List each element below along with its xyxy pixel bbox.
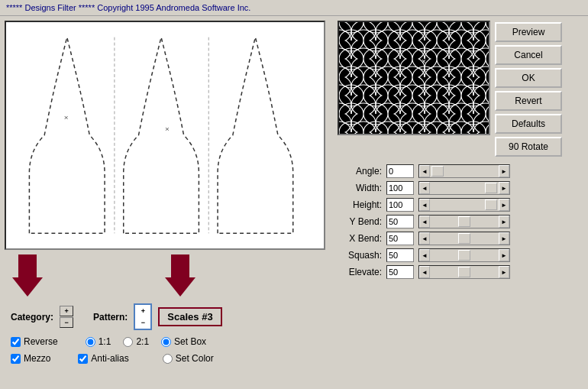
pattern-stepper: + − (134, 303, 152, 330)
setcolor-label: Set Color (176, 353, 214, 364)
pattern-up-btn[interactable]: + (136, 306, 150, 316)
slider-label-squash: Squash: (338, 250, 382, 261)
slider-right-xbend[interactable]: ► (499, 232, 509, 245)
slider-label-xbend: X Bend: (338, 233, 382, 244)
slider-right-height[interactable]: ► (499, 199, 509, 211)
slider-track-xbend: ◄ ► (418, 232, 510, 245)
pattern-name-box: Scales #3 (158, 307, 221, 326)
slider-row-xbend: X Bend: ◄ ► (338, 232, 583, 245)
preview-button[interactable]: Preview (495, 22, 562, 42)
slider-left-width[interactable]: ◄ (419, 182, 430, 194)
antialias-checkbox[interactable] (78, 354, 88, 364)
slider-label-width: Width: (338, 183, 382, 193)
category-down-btn[interactable]: − (60, 317, 73, 328)
category-up-btn[interactable]: + (60, 306, 73, 316)
ratio2-radio-item: 2:1 (123, 336, 149, 347)
mezzo-checkbox[interactable] (11, 354, 21, 364)
slider-label-elevate: Elevate: (338, 267, 382, 277)
slider-track-angle: ◄ ► (418, 164, 510, 178)
slider-right-elevate[interactable]: ► (499, 266, 509, 278)
slider-thumb-xbend[interactable] (458, 233, 470, 244)
ok-button[interactable]: OK (495, 68, 562, 88)
svg-marker-4 (12, 254, 43, 297)
title-bar: ***** Designs Filter ***** Copyright 199… (0, 0, 588, 16)
ratio2-label: 2:1 (136, 336, 149, 347)
slider-left-height[interactable]: ◄ (419, 199, 430, 211)
slider-thumb-width[interactable] (485, 183, 497, 193)
slider-label-angle: Angle: (338, 166, 382, 177)
slider-input-elevate[interactable] (386, 265, 414, 279)
slider-track-height: ◄ ► (418, 198, 510, 212)
reverse-label: Reverse (24, 336, 58, 347)
reverse-checkbox[interactable] (11, 337, 21, 347)
right-panel: × Preview Cancel OK Revert Defaults 90 R… (338, 21, 583, 379)
svg-rect-13 (339, 22, 490, 135)
slider-thumb-squash[interactable] (458, 250, 470, 261)
arrows-row (5, 253, 333, 299)
ratio1-radio-item: 1:1 (86, 336, 111, 347)
setbox-radio[interactable] (161, 337, 171, 347)
arrow-category (12, 254, 43, 299)
design-canvas: × × (5, 21, 325, 250)
mezzo-label: Mezzo (24, 353, 50, 364)
setcolor-radio-item: Set Color (163, 353, 214, 364)
slider-right-squash[interactable]: ► (499, 249, 509, 261)
slider-track-elevate: ◄ ► (418, 265, 510, 279)
category-stepper: + − (60, 306, 73, 328)
svg-text:×: × (422, 57, 426, 66)
slider-left-elevate[interactable]: ◄ (419, 266, 430, 278)
slider-row-ybend: Y Bend: ◄ ► (338, 215, 583, 229)
left-panel: × × Category: + − Pattern (5, 21, 333, 379)
antialias-checkbox-item: Anti-alias (78, 353, 128, 364)
slider-label-ybend: Y Bend: (338, 216, 382, 227)
ratio2-radio[interactable] (123, 337, 133, 347)
checkboxes-row-1: Reverse 1:1 2:1 Set Box (5, 335, 333, 348)
slider-row-squash: Squash: ◄ ► (338, 248, 583, 262)
sliders-section: Angle: ◄ ► Width: ◄ ► Height: (338, 164, 583, 279)
mezzo-checkbox-item: Mezzo (11, 353, 50, 364)
slider-left-xbend[interactable]: ◄ (419, 232, 430, 245)
cancel-button[interactable]: Cancel (495, 45, 562, 65)
svg-text:×: × (165, 125, 170, 133)
slider-track-ybend: ◄ ► (418, 215, 510, 229)
slider-thumb-angle[interactable] (431, 166, 444, 177)
defaults-button[interactable]: Defaults (495, 114, 562, 134)
slider-track-width: ◄ ► (418, 181, 510, 195)
slider-left-squash[interactable]: ◄ (419, 249, 430, 261)
slider-input-width[interactable] (386, 181, 414, 195)
svg-marker-5 (165, 254, 195, 297)
setbox-radio-item: Set Box (161, 336, 206, 347)
setbox-label: Set Box (174, 336, 206, 347)
slider-left-ybend[interactable]: ◄ (419, 216, 430, 228)
slider-input-height[interactable] (386, 198, 414, 212)
slider-left-angle[interactable]: ◄ (419, 165, 430, 177)
ratio1-radio[interactable] (86, 337, 95, 347)
slider-row-angle: Angle: ◄ ► (338, 164, 583, 178)
slider-label-height: Height: (338, 199, 382, 210)
slider-right-width[interactable]: ► (499, 182, 509, 194)
slider-thumb-elevate[interactable] (458, 267, 470, 277)
checkboxes-row-2: Mezzo Anti-alias Set Color (5, 352, 333, 365)
slider-right-ybend[interactable]: ► (499, 216, 509, 228)
pattern-name: Scales #3 (167, 311, 212, 323)
ratio1-label: 1:1 (99, 336, 111, 347)
controls-row: Category: + − Pattern: + − Scales #3 (5, 302, 333, 332)
buttons-col: Preview Cancel OK Revert Defaults 90 Rot… (495, 21, 562, 157)
slider-thumb-height[interactable] (485, 199, 497, 210)
preview-area: × (338, 21, 490, 135)
arrow-pattern (165, 254, 195, 299)
slider-row-width: Width: ◄ ► (338, 181, 583, 195)
slider-input-xbend[interactable] (386, 232, 414, 245)
setcolor-radio[interactable] (163, 354, 173, 364)
antialias-label: Anti-alias (91, 353, 128, 364)
slider-input-ybend[interactable] (386, 215, 414, 229)
pattern-down-btn[interactable]: − (136, 317, 150, 328)
title-text: ***** Designs Filter ***** Copyright 199… (6, 3, 250, 12)
slider-right-angle[interactable]: ► (499, 165, 509, 177)
revert-button[interactable]: Revert (495, 91, 562, 111)
slider-input-squash[interactable] (386, 248, 414, 262)
slider-input-angle[interactable] (386, 164, 414, 178)
top-right: × Preview Cancel OK Revert Defaults 90 R… (338, 21, 583, 157)
slider-thumb-ybend[interactable] (458, 216, 470, 227)
rotate-button[interactable]: 90 Rotate (495, 137, 562, 157)
